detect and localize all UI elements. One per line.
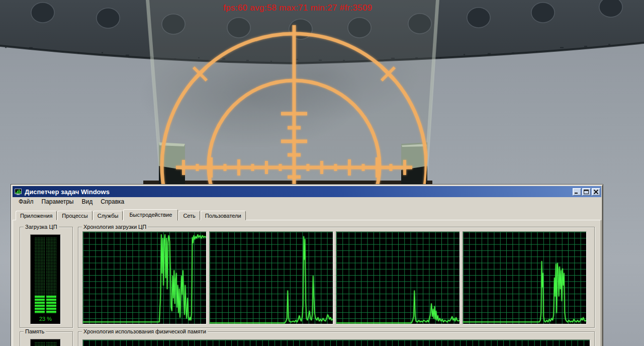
fps-counter: fps:60 avg:58 max:71 min:27 #fr:3509: [223, 3, 372, 13]
tab-applications[interactable]: Приложения: [16, 211, 57, 220]
tab-strip: ПриложенияПроцессыСлужбыБыстродействиеСе…: [13, 209, 601, 220]
maximize-button[interactable]: [582, 188, 591, 196]
cpu-history-label: Хронология загрузки ЦП: [82, 224, 148, 230]
window-title: Диспетчер задач Windows: [25, 188, 573, 196]
performance-tab-panel: Загрузка ЦП 23 % Хронология загрузки ЦП …: [13, 220, 601, 346]
rivet-hole: [467, 8, 490, 28]
tab-services[interactable]: Службы: [93, 211, 123, 220]
tab-users[interactable]: Пользователи: [201, 211, 246, 220]
menu-item-options[interactable]: Параметры: [38, 197, 78, 206]
cpu-history-graph-4: [463, 231, 587, 324]
rivet-hole: [31, 3, 54, 23]
cpu-history-graph-1: [82, 231, 207, 324]
rivet-hole: [531, 3, 555, 23]
rivet-hole: [599, 0, 622, 17]
menu-bar: ФайлПараметрыВидСправка: [13, 197, 601, 206]
menu-item-help[interactable]: Справка: [97, 197, 128, 206]
memory-history-graph: [82, 339, 590, 346]
tab-network[interactable]: Сеть: [178, 211, 200, 220]
rivet-hole: [97, 8, 120, 28]
title-bar[interactable]: Диспетчер задач Windows: [13, 186, 601, 197]
task-manager-window: Диспетчер задач Windows: [11, 185, 603, 346]
cpu-usage-group: Загрузка ЦП 23 %: [20, 227, 73, 328]
memory-meter: [30, 339, 61, 346]
cpu-history-graph-3: [336, 231, 460, 324]
screen: fps:60 avg:58 max:71 min:27 #fr:3509 Дис…: [0, 0, 644, 346]
memory-group: Память: [20, 331, 73, 346]
close-button[interactable]: [592, 188, 600, 196]
menu-item-view[interactable]: Вид: [77, 197, 97, 206]
cpu-usage-meter: 23 %: [30, 234, 61, 324]
cpu-usage-value: 23 %: [31, 316, 60, 323]
menu-item-file[interactable]: Файл: [15, 197, 38, 206]
task-manager-icon: [14, 188, 22, 196]
memory-label: Память: [24, 328, 46, 335]
cpu-usage-label: Загрузка ЦП: [24, 224, 59, 230]
tab-processes[interactable]: Процессы: [57, 211, 92, 220]
cpu-history-graph-2: [209, 231, 333, 324]
memory-history-group: Хронология использования физической памя…: [78, 331, 595, 346]
window-controls: [573, 188, 600, 196]
cpu-history-group: Хронология загрузки ЦП: [78, 227, 595, 328]
minimize-button[interactable]: [573, 188, 581, 196]
tab-performance[interactable]: Быстродействие: [123, 209, 178, 221]
memory-history-label: Хронология использования физической памя…: [82, 328, 208, 335]
